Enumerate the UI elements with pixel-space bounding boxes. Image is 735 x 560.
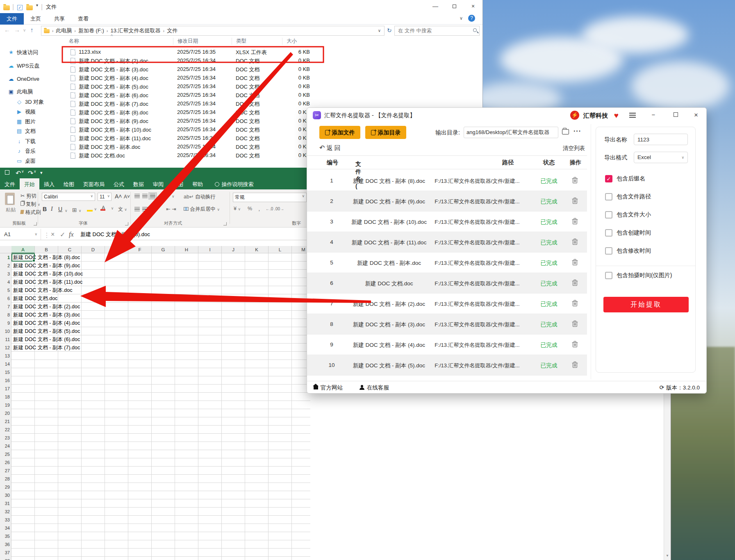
excel-column-header-I[interactable]: I bbox=[198, 246, 222, 253]
tell-me-tab[interactable]: 操作说明搜索 bbox=[215, 181, 253, 188]
breadcrumb-item[interactable]: 文件 bbox=[165, 27, 179, 34]
option-row-1[interactable]: ✓包含后缀名 bbox=[596, 170, 695, 188]
excel-row-header-37[interactable]: 37 bbox=[0, 549, 10, 557]
save-icon[interactable] bbox=[5, 170, 9, 175]
paste-button[interactable]: 粘贴 bbox=[6, 207, 16, 214]
font-color-icon[interactable]: A ∨ bbox=[102, 205, 114, 211]
excel-tab-1[interactable]: 文件 bbox=[0, 178, 20, 190]
refresh-version-icon[interactable]: ⟳ bbox=[659, 384, 664, 391]
checkbox-icon[interactable] bbox=[605, 247, 612, 255]
excel-row-header-14[interactable]: 14 bbox=[0, 360, 10, 368]
align-left-icon[interactable] bbox=[134, 207, 158, 212]
file-row[interactable]: 1123.xlsx2025/7/25 16:35XLSX 工作表6 KB bbox=[66, 48, 316, 57]
more-options-icon[interactable]: ··· bbox=[573, 127, 581, 135]
excel-row-header-3[interactable]: 3 bbox=[0, 270, 10, 278]
excel-row-header-36[interactable]: 36 bbox=[0, 540, 10, 549]
fill-color-icon[interactable]: ∨ bbox=[87, 206, 97, 212]
percent-icon[interactable]: % bbox=[248, 206, 252, 212]
add-directory-button[interactable]: 添加目录 bbox=[365, 126, 406, 139]
excel-row-header-26[interactable]: 26 bbox=[0, 458, 10, 467]
recent-locations-icon[interactable]: ∨ bbox=[23, 28, 26, 32]
excel-column-header-A[interactable]: A bbox=[11, 246, 35, 253]
enter-icon[interactable]: ✓ bbox=[60, 231, 65, 239]
sidebar-item-3[interactable]: ☁OneDrive bbox=[0, 75, 66, 84]
file-row[interactable]: 新建 DOC 文档 - 副本 (7).doc2025/7/25 16:34DOC… bbox=[66, 100, 316, 108]
delete-icon[interactable] bbox=[572, 279, 578, 287]
grow-font-icon[interactable]: A˄ bbox=[115, 193, 122, 200]
excel-column-header-C[interactable]: C bbox=[58, 246, 82, 253]
excel-row-header-5[interactable]: 5 bbox=[0, 286, 10, 294]
forward-icon[interactable]: → bbox=[14, 26, 20, 33]
option-row-6[interactable]: 包含拍摄时间(仅图片) bbox=[596, 266, 695, 284]
excel-row-header-24[interactable]: 24 bbox=[0, 442, 10, 450]
delete-icon[interactable] bbox=[572, 300, 578, 308]
excel-row-header-13[interactable]: 13 bbox=[0, 352, 10, 360]
open-folder-icon[interactable] bbox=[562, 129, 569, 134]
sidebar-item-8[interactable]: ▤文档 bbox=[0, 127, 66, 136]
breadcrumb-item[interactable]: 新加卷 (F:) bbox=[77, 27, 106, 34]
header-operation[interactable]: 操作 bbox=[565, 159, 586, 166]
sidebar-item-2[interactable]: ☁WPS云盘 bbox=[0, 61, 66, 71]
shrink-font-icon[interactable]: A˅ bbox=[124, 194, 130, 200]
checkbox-icon[interactable] bbox=[605, 211, 612, 219]
column-name[interactable]: 名称 bbox=[69, 38, 79, 45]
file-row[interactable]: 新建 DOC 文档 - 副本 (9).doc2025/7/25 16:34DOC… bbox=[66, 117, 316, 125]
excel-row-header-30[interactable]: 30 bbox=[0, 491, 10, 499]
excel-row-header-23[interactable]: 23 bbox=[0, 434, 10, 442]
address-dropdown-icon[interactable]: ∨ bbox=[378, 26, 381, 35]
excel-row-header-4[interactable]: 4 bbox=[0, 278, 10, 286]
number-format-combo[interactable]: 常规∨ bbox=[233, 193, 307, 202]
official-site-link[interactable]: 官方网站 bbox=[314, 384, 343, 392]
excel-row-header-20[interactable]: 20 bbox=[0, 409, 10, 417]
decimal-icons[interactable]: ←.0 .00→ bbox=[266, 207, 284, 211]
sidebar-item-5[interactable]: ◇3D 对象 bbox=[0, 98, 66, 107]
file-row[interactable]: 新建 DOC 文档 - 副本 (3).doc2025/7/25 16:34DOC… bbox=[66, 65, 316, 74]
delete-icon[interactable] bbox=[572, 341, 578, 349]
quick-access-check-icon[interactable]: ✓ bbox=[17, 5, 23, 10]
option-row-2[interactable]: 包含文件路径 bbox=[596, 188, 695, 206]
option-row-4[interactable]: 包含创建时间 bbox=[596, 224, 695, 242]
file-row[interactable]: 新建 DOC 文档 - 副本.doc2025/7/25 16:34DOC 文档0… bbox=[66, 143, 316, 151]
address-box[interactable]: ›此电脑›新加卷 (F:)›13.汇帮文件名提取器›文件 ∨ bbox=[41, 26, 385, 36]
excel-column-header-K[interactable]: K bbox=[245, 246, 269, 253]
delete-icon[interactable] bbox=[572, 238, 578, 246]
header-number[interactable]: 编号 bbox=[320, 159, 345, 166]
search-input[interactable] bbox=[395, 26, 479, 35]
checkbox-icon[interactable] bbox=[605, 229, 612, 237]
excel-tab-6[interactable]: 公式 bbox=[109, 178, 129, 190]
excel-tab-2[interactable]: 开始 bbox=[20, 178, 39, 190]
excel-column-header-L[interactable]: L bbox=[269, 246, 292, 253]
selected-cell-A1[interactable] bbox=[11, 253, 35, 262]
quick-access-folder-icon[interactable] bbox=[26, 5, 33, 10]
excel-tab-5[interactable]: 页面布局 bbox=[79, 178, 109, 190]
excel-row-header-35[interactable]: 35 bbox=[0, 532, 10, 540]
explorer-maximize-button[interactable] bbox=[445, 0, 464, 12]
excel-row-header-22[interactable]: 22 bbox=[0, 426, 10, 434]
excel-row-header-21[interactable]: 21 bbox=[0, 417, 10, 426]
file-row[interactable]: 新建 DOC 文档 - 副本 (4).doc2025/7/25 16:34DOC… bbox=[66, 74, 316, 82]
excel-tab-4[interactable]: 绘图 bbox=[59, 178, 79, 190]
clipboard-dialog-launcher[interactable] bbox=[34, 222, 37, 225]
paste-icon[interactable] bbox=[5, 193, 15, 205]
extractor-minimize-button[interactable]: − bbox=[648, 111, 659, 118]
delete-icon[interactable] bbox=[572, 259, 578, 267]
export-format-select[interactable]: Excel∨ bbox=[634, 152, 688, 163]
output-directory-input[interactable] bbox=[464, 127, 558, 138]
excel-row-header-19[interactable]: 19 bbox=[0, 401, 10, 409]
back-button[interactable]: ↶ 返 回 bbox=[319, 144, 341, 152]
undo-icon[interactable]: ↶ bbox=[16, 169, 21, 177]
excel-row-header-31[interactable]: 31 bbox=[0, 499, 10, 508]
file-row[interactable]: 新建 DOC 文档 - 副本 (10).doc2025/7/25 16:34DO… bbox=[66, 125, 316, 134]
file-row[interactable]: 新建 DOC 文档 - 副本 (11).doc2025/7/25 16:34DO… bbox=[66, 134, 316, 143]
orientation-icon[interactable]: ⇗ ∨ bbox=[166, 193, 175, 199]
excel-row-header-1[interactable]: 1 bbox=[0, 253, 10, 262]
search-box[interactable] bbox=[394, 26, 480, 36]
column-type[interactable]: 类型 bbox=[232, 38, 246, 45]
delete-icon[interactable] bbox=[572, 320, 578, 328]
formula-bar-splitter[interactable]: ⋮ bbox=[43, 231, 50, 239]
scroll-down-icon[interactable]: ▼ bbox=[666, 554, 669, 558]
sidebar-item-9[interactable]: ↓下载 bbox=[0, 137, 66, 146]
file-row[interactable]: 新建 DOC 文档 - 副本 (6).doc2025/7/25 16:34DOC… bbox=[66, 91, 316, 100]
excel-row-header-33[interactable]: 33 bbox=[0, 516, 10, 524]
merge-center-button[interactable]: 合并后居中 ∨ bbox=[184, 206, 220, 213]
